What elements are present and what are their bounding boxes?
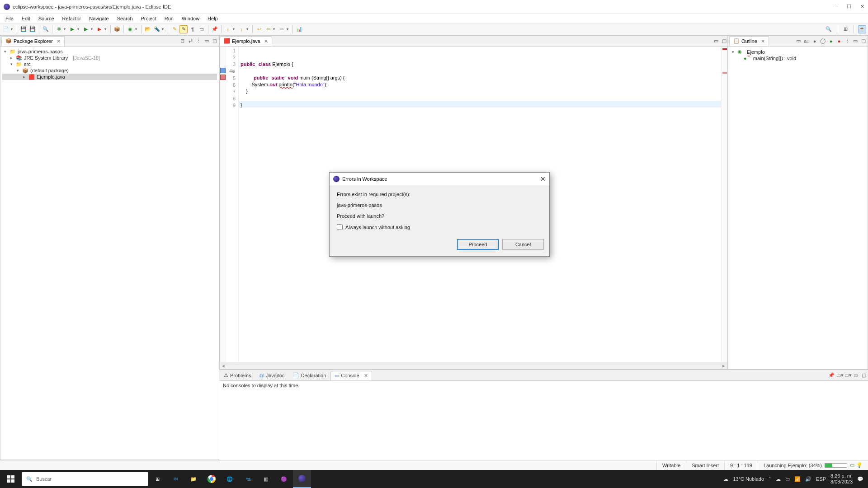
- open-console-icon[interactable]: ▭▾: [844, 372, 851, 378]
- always-launch-checkbox[interactable]: Always launch without asking: [337, 224, 542, 230]
- minimize-view-icon[interactable]: ▭: [713, 38, 719, 44]
- back-icon[interactable]: ⇦: [264, 25, 272, 33]
- file-explorer-icon[interactable]: 📁: [184, 470, 203, 488]
- dialog-titlebar[interactable]: Errors in Workspace ✕: [330, 173, 549, 185]
- dropdown-icon[interactable]: ▾: [273, 27, 277, 31]
- tab-console[interactable]: ▭Console✕: [330, 371, 372, 380]
- focus-icon[interactable]: ▭: [795, 38, 802, 44]
- new-class-icon[interactable]: ◉: [126, 25, 134, 33]
- dropdown-icon[interactable]: ▾: [104, 27, 108, 31]
- tab-problems[interactable]: ⚠Problems: [220, 371, 255, 380]
- minimize-button[interactable]: —: [833, 4, 838, 9]
- volume-icon[interactable]: 🔊: [805, 476, 811, 482]
- tab-declaration[interactable]: 📄Declaration: [289, 371, 330, 380]
- copilot-icon[interactable]: 🟣: [275, 470, 293, 488]
- taskbar-clock[interactable]: 8:26 p. m. 8/03/2023: [830, 473, 853, 485]
- menu-search[interactable]: Search: [113, 15, 137, 22]
- dropdown-icon[interactable]: ▾: [246, 27, 250, 31]
- dropdown-icon[interactable]: ▾: [233, 27, 236, 31]
- close-icon[interactable]: ✕: [262, 38, 268, 44]
- notifications-icon[interactable]: 💬: [857, 476, 863, 482]
- hide-fields-icon[interactable]: ●: [811, 38, 818, 44]
- dropdown-icon[interactable]: ▾: [77, 27, 81, 31]
- open-type-icon[interactable]: 📂: [144, 25, 152, 33]
- edge-icon[interactable]: 🌐: [221, 470, 239, 488]
- menu-run[interactable]: Run: [161, 15, 177, 22]
- package-tree[interactable]: ▾📁java-primeros-pasos ▸📚JRE System Libra…: [0, 47, 219, 82]
- cancel-button[interactable]: Cancel: [502, 239, 544, 250]
- close-icon[interactable]: ✕: [759, 38, 765, 44]
- store-icon[interactable]: 🛍: [239, 470, 257, 488]
- maximize-button[interactable]: ☐: [847, 4, 851, 9]
- toggle-breadcrumb-icon[interactable]: 🔍: [42, 25, 50, 33]
- maximize-view-icon[interactable]: ▢: [861, 372, 867, 378]
- tab-javadoc[interactable]: @Javadoc: [255, 371, 288, 380]
- coverage-icon[interactable]: ▶: [82, 25, 90, 33]
- outline-tab[interactable]: 📋 Outline ✕: [729, 36, 769, 46]
- java-perspective-icon[interactable]: ☕: [858, 25, 866, 33]
- save-all-icon[interactable]: 💾: [28, 25, 37, 33]
- hide-nonpublic-icon[interactable]: ●: [828, 38, 834, 44]
- start-button[interactable]: [0, 470, 22, 488]
- menu-edit[interactable]: Edit: [18, 15, 34, 22]
- dropdown-icon[interactable]: ▾: [162, 27, 165, 31]
- menu-help[interactable]: Help: [204, 15, 222, 22]
- dropdown-icon[interactable]: ▾: [135, 27, 139, 31]
- minimize-view-icon[interactable]: ▭: [203, 38, 210, 44]
- dropdown-icon[interactable]: ▾: [287, 27, 290, 31]
- weather-icon[interactable]: ☁: [723, 476, 728, 482]
- search-icon[interactable]: 🔦: [153, 25, 161, 33]
- close-icon[interactable]: ✕: [361, 373, 368, 379]
- battery-icon[interactable]: ▭: [785, 476, 790, 482]
- wifi-icon[interactable]: 📶: [794, 476, 801, 482]
- error-marker-icon[interactable]: [220, 75, 226, 80]
- collapse-all-icon[interactable]: ⊟: [179, 38, 185, 44]
- menu-project[interactable]: Project: [137, 15, 160, 22]
- menu-navigate[interactable]: Navigate: [85, 15, 112, 22]
- forward-icon[interactable]: ⇨: [278, 25, 286, 33]
- tray-chevron-icon[interactable]: ˄: [769, 476, 771, 482]
- maximize-view-icon[interactable]: ▢: [721, 38, 727, 44]
- pin-icon[interactable]: 📌: [211, 25, 219, 33]
- weather-text[interactable]: 13°C Nublado: [733, 476, 764, 482]
- dropdown-icon[interactable]: ▾: [64, 27, 67, 31]
- save-icon[interactable]: 💾: [19, 25, 28, 33]
- run-icon[interactable]: ▶: [68, 25, 76, 33]
- toggle-block-icon[interactable]: ✎: [179, 25, 188, 33]
- package-explorer-tab[interactable]: 📦 Package Explorer ✕: [1, 36, 65, 46]
- info-marker-icon[interactable]: [220, 68, 226, 73]
- link-editor-icon[interactable]: ⇄: [187, 38, 193, 44]
- hide-local-icon[interactable]: ●: [836, 38, 842, 44]
- quick-access-icon[interactable]: 🔍: [825, 25, 833, 33]
- maximize-view-icon[interactable]: ▢: [860, 38, 867, 44]
- prev-annotation-icon[interactable]: ↕: [237, 25, 245, 33]
- horizontal-scrollbar[interactable]: ◂▸: [220, 362, 727, 369]
- view-menu-icon[interactable]: ⋮: [844, 38, 850, 44]
- show-selected-icon[interactable]: ▭: [198, 25, 206, 33]
- close-icon[interactable]: ✕: [540, 175, 546, 183]
- new-icon[interactable]: 📄: [2, 25, 10, 33]
- minimize-view-icon[interactable]: ▭: [853, 372, 859, 378]
- editor-tab[interactable]: 🟥 Ejemplo.java ✕: [220, 36, 272, 46]
- minimize-view-icon[interactable]: ▭: [852, 38, 859, 44]
- chrome-icon[interactable]: [203, 470, 221, 488]
- taskbar-search[interactable]: 🔍 Buscar: [22, 472, 148, 486]
- hide-static-icon[interactable]: ◯: [820, 38, 826, 44]
- app-icon[interactable]: ▥: [257, 470, 275, 488]
- dropdown-icon[interactable]: ▾: [91, 27, 94, 31]
- open-perspective-icon[interactable]: ⊞: [841, 25, 849, 33]
- checkbox-input[interactable]: [337, 224, 343, 230]
- outline-tree[interactable]: ▾◉ Ejemplo ●S main(String[]) : void: [728, 47, 868, 63]
- menu-window[interactable]: Window: [178, 15, 203, 22]
- task-view-icon[interactable]: ⊞: [148, 470, 166, 488]
- external-tools-icon[interactable]: ▶: [95, 25, 104, 33]
- debug-icon[interactable]: ✱: [55, 25, 63, 33]
- next-annotation-icon[interactable]: ↕: [224, 25, 232, 33]
- language-indicator[interactable]: ESP: [816, 476, 826, 482]
- view-menu-icon[interactable]: ⋮: [195, 38, 202, 44]
- toggle-mark-icon[interactable]: ✎: [170, 25, 179, 33]
- menu-source[interactable]: Source: [35, 15, 58, 22]
- tip-icon[interactable]: 💡: [856, 462, 863, 468]
- onedrive-icon[interactable]: ☁: [776, 476, 781, 482]
- close-icon[interactable]: ✕: [55, 38, 61, 44]
